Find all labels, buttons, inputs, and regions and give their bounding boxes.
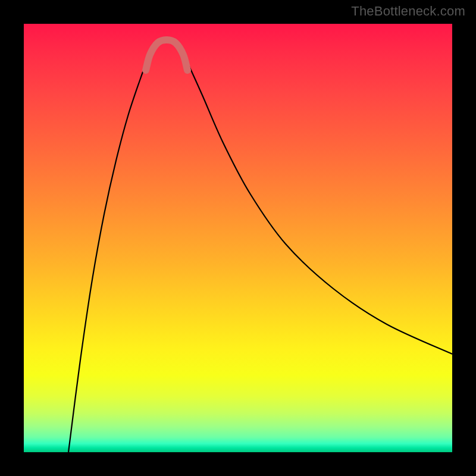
plot-area xyxy=(24,24,452,452)
trough-marker-path xyxy=(146,40,187,70)
left-branch-path xyxy=(68,48,154,452)
right-branch-path xyxy=(180,48,452,354)
chart-frame: TheBottleneck.com xyxy=(0,0,476,476)
curve-overlay xyxy=(24,24,452,452)
watermark-text: TheBottleneck.com xyxy=(351,4,465,19)
